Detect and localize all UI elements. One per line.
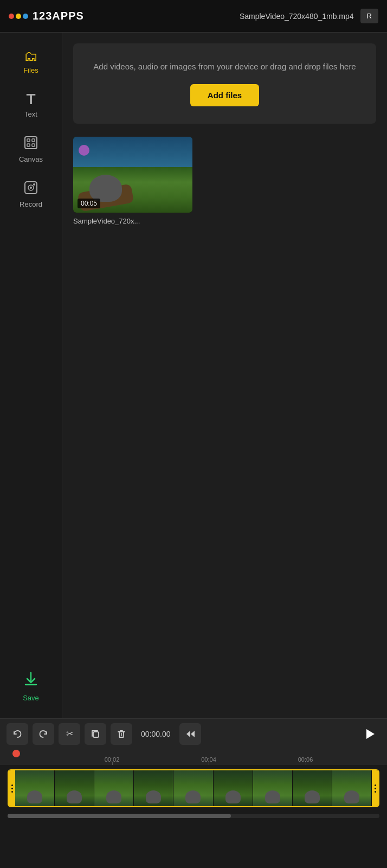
dot-yellow xyxy=(16,14,21,19)
track-frame-7 xyxy=(253,770,293,806)
rewind-button[interactable] xyxy=(179,723,201,745)
text-icon: T xyxy=(26,92,35,107)
sidebar-item-canvas[interactable]: Canvas xyxy=(0,128,62,171)
handle-dots-left xyxy=(11,784,13,793)
scene-rabbit xyxy=(89,175,122,202)
track-frame-1 xyxy=(15,770,55,806)
cut-button[interactable]: ✂ xyxy=(59,723,80,745)
timeline-track[interactable] xyxy=(8,769,379,807)
svg-point-7 xyxy=(30,187,32,189)
undo-button[interactable] xyxy=(7,723,28,745)
track-handle-right[interactable] xyxy=(372,770,378,806)
add-files-button[interactable]: Add files xyxy=(190,84,259,106)
svg-marker-12 xyxy=(366,729,375,739)
content-area: Add videos, audio or images from your de… xyxy=(62,33,387,718)
handle-dots-right xyxy=(375,784,376,793)
save-icon xyxy=(23,671,39,691)
copy-button[interactable] xyxy=(85,723,106,745)
scene-flower xyxy=(79,145,89,156)
files-icon: 🗂 xyxy=(24,49,38,63)
bottom-toolbar: ✂ 00:00.00 xyxy=(0,718,387,749)
timeline-scrollbar[interactable] xyxy=(8,814,379,818)
duration-badge: 00:05 xyxy=(78,199,100,208)
track-frames xyxy=(15,770,372,806)
app-name: 123APPS xyxy=(33,10,84,22)
logo-dots xyxy=(9,14,28,19)
delete-button[interactable] xyxy=(111,723,132,745)
track-frame-3 xyxy=(94,770,134,806)
timeline-ruler: 00:02 00:04 00:06 xyxy=(0,749,387,765)
save-label: Save xyxy=(23,694,39,702)
svg-rect-9 xyxy=(93,732,99,737)
scrollbar-thumb xyxy=(8,814,231,818)
svg-rect-2 xyxy=(32,139,35,142)
file-item[interactable]: 00:05 SampleVideo_720x... xyxy=(73,137,192,225)
track-frame-2 xyxy=(55,770,94,806)
file-name: SampleVideo_720x480_1mb.mp4 xyxy=(240,12,354,21)
export-button[interactable]: R xyxy=(360,9,378,23)
time-display: 00:00.00 xyxy=(141,730,171,738)
svg-marker-11 xyxy=(191,731,195,737)
track-handle-left[interactable] xyxy=(9,770,15,806)
sidebar-item-text[interactable]: T Text xyxy=(0,84,62,126)
svg-rect-1 xyxy=(27,139,30,142)
file-thumbnail: 00:05 xyxy=(73,137,192,213)
svg-point-8 xyxy=(33,183,35,186)
upload-text: Add videos, audio or images from your de… xyxy=(84,61,365,73)
track-frame-5 xyxy=(173,770,213,806)
upload-zone: Add videos, audio or images from your de… xyxy=(73,43,376,124)
track-frame-9 xyxy=(332,770,372,806)
dot-blue xyxy=(23,14,28,19)
svg-marker-10 xyxy=(186,731,190,737)
main-layout: 🗂 Files T Text Canvas xyxy=(0,33,387,718)
svg-rect-4 xyxy=(32,144,35,146)
canvas-icon xyxy=(24,136,38,152)
logo: 123APPS xyxy=(9,10,84,22)
playhead xyxy=(15,749,17,765)
sidebar-label-text: Text xyxy=(24,110,37,118)
sidebar-item-record[interactable]: Record xyxy=(0,173,62,216)
file-name-label: SampleVideo_720x... xyxy=(73,217,192,225)
timeline-area: 00:02 00:04 00:06 xyxy=(0,749,387,868)
svg-rect-3 xyxy=(27,144,30,146)
redo-button[interactable] xyxy=(33,723,54,745)
record-icon xyxy=(24,181,38,197)
sidebar: 🗂 Files T Text Canvas xyxy=(0,33,62,718)
dot-red xyxy=(9,14,14,19)
play-button[interactable] xyxy=(359,723,380,745)
header: 123APPS SampleVideo_720x480_1mb.mp4 R xyxy=(0,0,387,33)
sidebar-label-files: Files xyxy=(23,66,38,74)
track-frame-6 xyxy=(214,770,253,806)
track-frame-4 xyxy=(134,770,173,806)
save-button[interactable]: Save xyxy=(17,663,44,710)
sidebar-label-record: Record xyxy=(20,200,42,208)
track-frame-8 xyxy=(293,770,332,806)
scene-sky xyxy=(73,137,192,167)
sidebar-label-canvas: Canvas xyxy=(19,155,43,163)
sidebar-item-files[interactable]: 🗂 Files xyxy=(0,41,62,82)
timeline-track-area xyxy=(0,765,387,812)
playhead-circle xyxy=(12,750,20,757)
svg-rect-0 xyxy=(25,137,37,149)
